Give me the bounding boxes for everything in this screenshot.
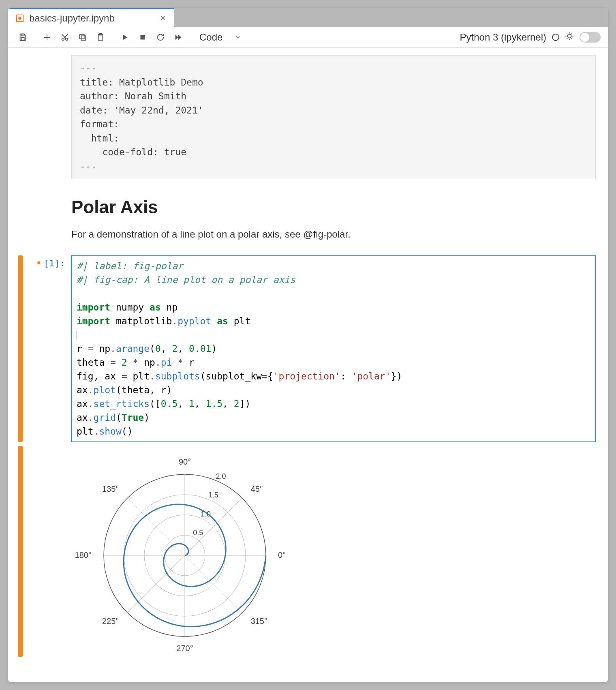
svg-line-26 [128,498,185,555]
markdown-heading[interactable]: Polar Axis [71,197,597,217]
restart-button[interactable] [153,30,168,45]
paste-button[interactable] [93,30,108,45]
notebook-area: --- title: Matplotlib Demo author: Norah… [8,48,608,665]
svg-rect-2 [21,34,24,36]
svg-text:0.5: 0.5 [193,529,203,537]
polar-plot: 0.51.01.52.00°45°90°135°180°225°270°315° [71,446,597,657]
toolbar: Code Python 3 (ipykernel) [8,27,608,48]
svg-text:1.0: 1.0 [201,510,211,518]
svg-text:2.0: 2.0 [216,472,226,480]
output-status-bar [18,446,23,657]
stop-button[interactable] [135,30,150,45]
output-wrap: 0.51.01.52.00°45°90°135°180°225°270°315° [19,446,597,657]
svg-point-11 [567,34,571,38]
dirty-dot-icon: • [36,258,42,268]
svg-rect-10 [141,35,145,39]
svg-text:225°: 225° [102,617,119,626]
copy-button[interactable] [75,30,90,45]
cell-type-select[interactable]: Code [195,30,245,45]
kernel-status[interactable]: Python 3 (ipykernel) [460,32,601,43]
chevron-down-icon [235,32,241,43]
markdown-paragraph[interactable]: For a demonstration of a line plot on a … [71,227,597,242]
add-cell-button[interactable] [40,30,54,45]
raw-cell[interactable]: --- title: Matplotlib Demo author: Norah… [71,55,596,179]
svg-line-34 [185,555,242,613]
cell-type-label: Code [199,32,222,43]
prompt-label: [1]: [44,258,65,268]
svg-text:45°: 45° [251,485,263,494]
run-all-button[interactable] [171,30,186,45]
run-button[interactable] [118,30,132,45]
svg-rect-6 [80,34,84,39]
svg-text:90°: 90° [179,457,191,466]
code-cell[interactable]: #| label: fig-polar #| fig-cap: A line p… [71,255,596,442]
svg-line-30 [128,555,185,613]
jupyter-logo-icon [15,14,24,23]
notebook-tab[interactable]: basics-jupyter.ipynb × [8,8,174,27]
svg-text:135°: 135° [102,485,119,494]
tab-bar: basics-jupyter.ipynb × [8,8,608,27]
save-button[interactable] [15,30,30,45]
svg-text:1.5: 1.5 [208,491,218,499]
svg-text:270°: 270° [176,644,193,653]
bug-icon[interactable] [565,32,574,43]
svg-text:180°: 180° [75,551,92,559]
code-cell-wrap: • [1]: #| label: fig-polar #| fig-cap: A… [19,255,597,442]
toggle-knob [580,33,589,42]
cell-status-bar [18,255,23,442]
close-icon[interactable]: × [157,11,169,25]
kernel-name: Python 3 (ipykernel) [460,32,546,43]
svg-text:0°: 0° [278,551,286,559]
input-prompt: • [1]: [36,258,65,268]
debug-toggle[interactable] [580,32,601,43]
svg-text:315°: 315° [251,617,267,626]
kernel-idle-icon [552,34,559,41]
svg-point-1 [18,17,21,19]
cut-button[interactable] [58,30,72,45]
svg-rect-3 [21,37,24,40]
tab-title: basics-jupyter.ipynb [29,13,152,24]
svg-rect-7 [81,36,86,40]
